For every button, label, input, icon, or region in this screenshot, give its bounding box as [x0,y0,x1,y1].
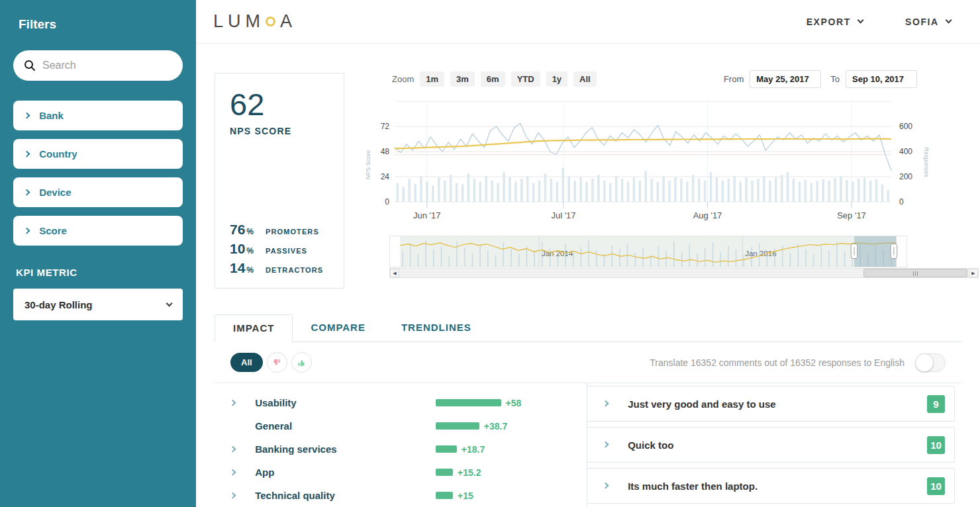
impact-label: Banking services [255,443,336,455]
logo-text: LUM [213,11,265,32]
search-input[interactable] [42,60,172,71]
comment-text: Just very good and easy to use [628,398,775,410]
svg-text:0: 0 [899,197,904,207]
svg-text:Aug '17: Aug '17 [693,210,722,220]
chevron-right-icon [24,227,30,234]
sidebar-item-device[interactable]: Device [13,177,183,207]
comment-row[interactable]: Its much faster then laptop. 10 [587,468,955,504]
svg-text:Jul '17: Jul '17 [551,210,575,220]
stat-label: PASSIVES [266,247,307,255]
zoom-1y-button[interactable]: 1y [546,71,567,87]
header-right: EXPORT SOFIA [807,17,951,27]
top-header: LUM A EXPORT SOFIA [196,0,980,44]
chevron-down-icon [166,300,172,306]
export-label: EXPORT [807,17,851,27]
impact-label: General [255,420,292,432]
stat-label: PROMOTERS [266,228,319,236]
detractors-stat: 14% DETRACTORS [230,260,329,276]
impact-row-general[interactable]: General +38.7 [230,414,571,438]
filter-label: Bank [39,110,64,121]
navigator-scrollbar: ◀ ▶ [389,268,979,278]
impact-list: Usability +58 General +38.7 Banking serv… [215,383,587,507]
lumoa-dashboard: Filters Bank Country Device Score KPI ME… [0,0,980,507]
chevron-right-icon [230,445,236,452]
nps-score-card: 62 NPS SCORE 76% PROMOTERS 10% PASSIVES … [215,73,344,289]
zoom-all-button[interactable]: All [573,71,597,87]
impact-value: +18.7 [462,444,485,455]
zoom-3m-button[interactable]: 3m [450,71,475,87]
comment-row[interactable]: Just very good and easy to use 9 [587,386,955,422]
impact-value: +38.7 [484,421,507,432]
toggle-knob [915,353,934,372]
search-box[interactable] [13,50,183,81]
kpi-metric-value: 30-day Rolling [24,299,93,310]
logo-text: A [280,11,297,32]
stat-unit: % [246,227,254,236]
tab-impact[interactable]: IMPACT [215,314,293,342]
comment-text: Quick too [628,439,673,451]
chevron-down-icon [857,17,863,24]
scrollbar-thumb[interactable] [863,269,967,277]
scroll-left-arrow-icon[interactable]: ◀ [390,269,399,277]
stat-value: 10 [230,241,245,257]
svg-text:Jun '17: Jun '17 [413,210,441,220]
impact-row-banking-services[interactable]: Banking services +18.7 [230,438,571,461]
nps-score-value: 62 [230,88,329,120]
positive-filter-button[interactable] [291,352,312,373]
stat-value: 14 [230,260,245,276]
impact-value: +15.2 [458,467,481,478]
date-range: From To [724,70,917,88]
logo-ring-icon [266,17,275,26]
chevron-right-icon [24,189,30,195]
nps-stats: 76% PROMOTERS 10% PASSIVES 14% DETRACTOR… [230,218,329,276]
navigator-range-selector[interactable]: Jan 2014Jan 2016 [389,236,907,267]
translate-toggle[interactable] [915,353,946,372]
impact-row-app[interactable]: App +15.2 [230,461,571,484]
user-name: SOFIA [905,17,939,27]
chart-controls: Zoom 1m 3m 6m YTD 1y All From To [362,70,980,88]
impact-row-usability[interactable]: Usability +58 [230,391,571,414]
tab-trendlines[interactable]: TRENDLINES [383,314,489,342]
dashboard-content: 62 NPS SCORE 76% PROMOTERS 10% PASSIVES … [196,44,980,507]
kpi-metric-select[interactable]: 30-day Rolling [13,289,183,320]
sidebar-title: Filters [19,17,183,32]
sidebar-item-bank[interactable]: Bank [13,101,183,130]
impact-value: +15 [458,490,473,501]
svg-text:24: 24 [381,172,390,181]
impact-value: +58 [506,398,522,408]
impact-bar [436,469,453,476]
impact-row-technical-quality[interactable]: Technical quality +15 [230,484,571,507]
impact-label: Usability [255,397,297,408]
main-area: LUM A EXPORT SOFIA 62 NPS S [196,0,980,507]
thumbs-down-icon [272,358,281,367]
svg-text:0: 0 [385,197,389,207]
comment-row[interactable]: Quick too 10 [587,427,955,463]
zoom-label: Zoom [392,74,414,84]
to-date-input[interactable] [846,70,917,88]
sidebar-item-country[interactable]: Country [13,139,183,169]
tabs-row: IMPACT COMPARE TRENDLINES [215,314,961,342]
chart-navigator: Jan 2014Jan 2016 ◀ ▶ [389,236,980,278]
chart-area: Zoom 1m 3m 6m YTD 1y All From To [362,73,980,289]
sidebar-item-score[interactable]: Score [13,216,183,246]
filters-sidebar: Filters Bank Country Device Score KPI ME… [0,0,196,507]
impact-bar [436,492,453,499]
negative-filter-button[interactable] [267,352,287,373]
svg-text:Sep '17: Sep '17 [837,210,866,220]
chevron-right-icon [230,492,236,498]
from-date-input[interactable] [750,70,821,88]
nps-score-label: NPS SCORE [230,126,329,136]
zoom-6m-button[interactable]: 6m [481,71,505,87]
all-filter-button[interactable]: All [230,353,263,372]
score-badge: 9 [927,395,945,413]
to-label: To [830,74,840,84]
user-menu[interactable]: SOFIA [905,17,951,27]
zoom-ytd-button[interactable]: YTD [511,71,540,87]
scroll-right-arrow-icon[interactable]: ▶ [969,269,978,277]
impact-bar [436,445,457,453]
svg-text:200: 200 [899,172,912,181]
tab-compare[interactable]: COMPARE [293,314,383,342]
zoom-1m-button[interactable]: 1m [420,71,444,87]
chevron-right-icon [24,112,30,118]
export-menu[interactable]: EXPORT [807,17,863,27]
